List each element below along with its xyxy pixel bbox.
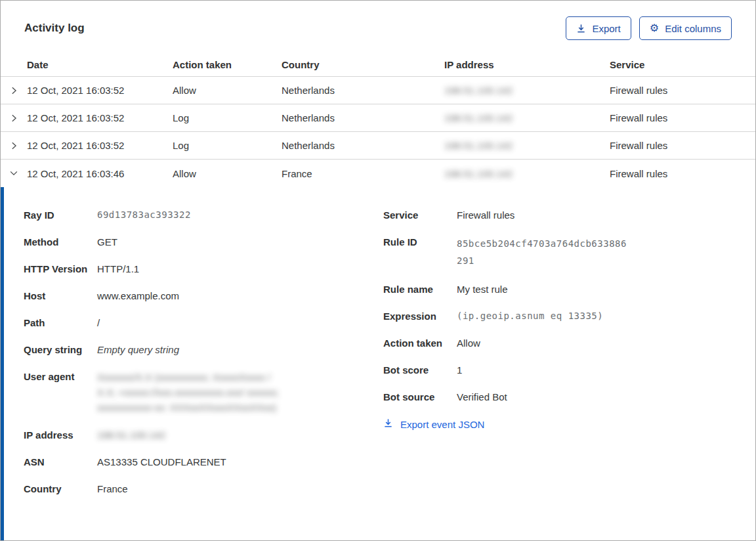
table-row[interactable]: 12 Oct, 2021 16:03:52 Allow Netherlands … <box>1 77 755 104</box>
field-label: Country <box>24 482 97 496</box>
method-value: GET <box>97 235 117 249</box>
field-label: Host <box>24 289 97 303</box>
asn-value: AS13335 CLOUDFLARENET <box>97 455 226 469</box>
detail-field-path: Path / <box>24 316 383 330</box>
detail-field-bot-score: Bot score 1 <box>383 363 732 377</box>
column-header-country: Country <box>282 59 444 70</box>
field-label: Bot source <box>383 390 457 404</box>
table-row[interactable]: 12 Oct, 2021 16:03:52 Log Netherlands 19… <box>1 104 755 132</box>
detail-field-method: Method GET <box>24 235 383 249</box>
detail-field-ip-address: IP address 198.51.100.142 <box>24 428 383 442</box>
row-ip-address-redacted: 198.51.100.142 <box>444 85 513 96</box>
bot-source-value: Verified Bot <box>457 390 507 404</box>
detail-field-bot-source: Bot source Verified Bot <box>383 390 732 404</box>
export-button-label: Export <box>592 23 620 34</box>
detail-field-rule-id: Rule ID 85bce5b204cf4703a764dcb633886291 <box>383 235 732 269</box>
topbar: Activity log Export ⚙ Edit columns <box>1 1 755 53</box>
detail-field-action-taken: Action taken Allow <box>383 336 732 350</box>
field-label: Expression <box>383 309 457 323</box>
table-header: Date Action taken Country IP address Ser… <box>1 53 755 77</box>
detail-field-user-agent: User agent Xxxxxxx/X.X (xxxxxxxxxx; Xxxx… <box>24 370 383 415</box>
country-value: France <box>97 482 128 496</box>
row-service: Firewall rules <box>610 112 755 123</box>
export-event-json-label: Export event JSON <box>400 419 484 430</box>
toolbar-actions: Export ⚙ Edit columns <box>566 16 732 40</box>
field-label: Rule ID <box>383 235 457 269</box>
row-date: 12 Oct, 2021 16:03:52 <box>27 112 173 123</box>
action-taken-value: Allow <box>457 336 480 350</box>
row-action-taken: Log <box>173 140 282 151</box>
download-icon <box>576 24 586 33</box>
event-details-left-column: Ray ID 69d13783ac393322 Method GET HTTP … <box>24 208 383 534</box>
row-service: Firewall rules <box>610 168 755 179</box>
query-string-value: Empty query string <box>97 343 179 357</box>
field-label: ASN <box>24 455 97 469</box>
expression-value: (ip.geoip.asnum eq 13335) <box>457 309 603 323</box>
edit-columns-button[interactable]: ⚙ Edit columns <box>639 16 732 40</box>
field-label: Rule name <box>383 282 457 296</box>
column-header-action-taken: Action taken <box>173 59 282 70</box>
row-action-taken: Log <box>173 112 282 123</box>
export-button[interactable]: Export <box>566 16 631 40</box>
rule-name-value: My test rule <box>457 282 508 296</box>
detail-field-query-string: Query string Empty query string <box>24 343 383 357</box>
field-label: User agent <box>24 370 97 415</box>
row-ip-address-redacted: 198.51.100.142 <box>444 112 513 123</box>
detail-field-expression: Expression (ip.geoip.asnum eq 13335) <box>383 309 732 323</box>
field-label: Query string <box>24 343 97 357</box>
expand-chevron-right-icon[interactable] <box>1 114 27 123</box>
row-ip-address-redacted: 198.51.100.142 <box>444 140 513 151</box>
field-label: IP address <box>24 428 97 442</box>
edit-columns-button-label: Edit columns <box>665 23 721 34</box>
field-label: Bot score <box>383 363 457 377</box>
field-label: Ray ID <box>24 208 97 222</box>
expand-chevron-right-icon[interactable] <box>1 86 27 95</box>
row-country: France <box>282 168 444 179</box>
detail-field-host: Host www.example.com <box>24 289 383 303</box>
row-country: Netherlands <box>282 85 444 96</box>
collapse-chevron-down-icon[interactable] <box>1 169 27 178</box>
row-country: Netherlands <box>282 112 444 123</box>
column-header-ip-address: IP address <box>444 59 610 70</box>
row-action-taken: Allow <box>173 85 282 96</box>
table-row-expanded[interactable]: 12 Oct, 2021 16:03:46 Allow France 198.5… <box>1 160 755 187</box>
row-date: 12 Oct, 2021 16:03:52 <box>27 85 173 96</box>
activity-log-panel: Activity log Export ⚙ Edit columns Date … <box>0 0 756 541</box>
expand-chevron-right-icon[interactable] <box>1 141 27 150</box>
row-date: 12 Oct, 2021 16:03:52 <box>27 140 173 151</box>
table-row[interactable]: 12 Oct, 2021 16:03:52 Log Netherlands 19… <box>1 132 755 160</box>
service-value: Firewall rules <box>457 208 514 222</box>
bot-score-value: 1 <box>457 363 462 377</box>
row-service: Firewall rules <box>610 140 755 151</box>
page-title: Activity log <box>24 22 85 35</box>
event-details-panel: Ray ID 69d13783ac393322 Method GET HTTP … <box>1 187 755 540</box>
detail-field-country: Country France <box>24 482 383 496</box>
path-value: / <box>97 316 100 330</box>
detail-field-rule-name: Rule name My test rule <box>383 282 732 296</box>
detail-field-ray-id: Ray ID 69d13783ac393322 <box>24 208 383 222</box>
column-header-date: Date <box>27 59 173 70</box>
http-version-value: HTTP/1.1 <box>97 262 139 276</box>
rule-id-value: 85bce5b204cf4703a764dcb633886291 <box>457 235 629 269</box>
field-label: Service <box>383 208 457 222</box>
row-action-taken: Allow <box>173 168 282 179</box>
row-country: Netherlands <box>282 140 444 151</box>
download-icon <box>383 418 393 430</box>
detail-field-http-version: HTTP Version HTTP/1.1 <box>24 262 383 276</box>
user-agent-value-redacted: Xxxxxxx/X.X (xxxxxxxxxx; XxxxxXxxxx / X.… <box>97 370 289 415</box>
field-label: Action taken <box>383 336 457 350</box>
host-value: www.example.com <box>97 289 179 303</box>
ip-address-value-redacted: 198.51.100.142 <box>97 428 165 442</box>
gear-icon: ⚙ <box>650 23 659 33</box>
detail-field-service: Service Firewall rules <box>383 208 732 222</box>
field-label: Method <box>24 235 97 249</box>
field-label: Path <box>24 316 97 330</box>
column-header-service: Service <box>610 59 755 70</box>
detail-field-asn: ASN AS13335 CLOUDFLARENET <box>24 455 383 469</box>
row-ip-address-redacted: 198.51.100.142 <box>444 168 513 179</box>
export-event-json-link[interactable]: Export event JSON <box>383 418 484 430</box>
field-label: HTTP Version <box>24 262 97 276</box>
ray-id-value: 69d13783ac393322 <box>97 208 191 222</box>
row-service: Firewall rules <box>610 85 755 96</box>
event-details-right-column: Service Firewall rules Rule ID 85bce5b20… <box>383 208 732 534</box>
